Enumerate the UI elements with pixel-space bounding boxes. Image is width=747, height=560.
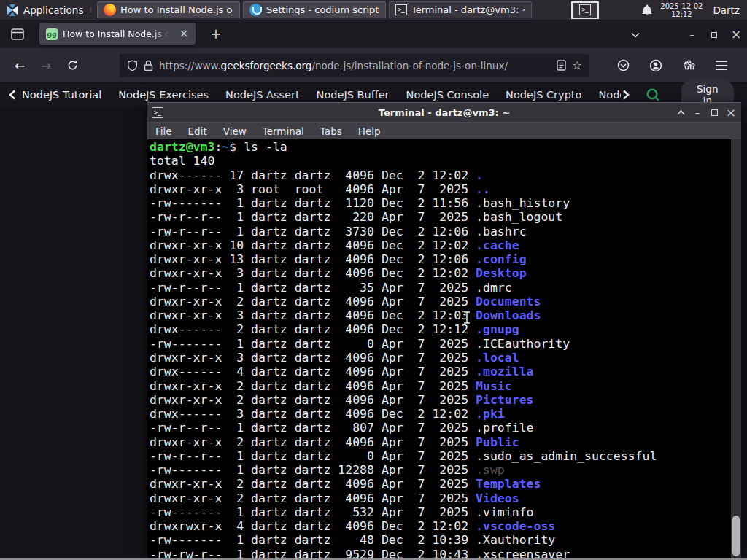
terminal-close-button[interactable]: ×: [725, 106, 737, 118]
toolbar-right-icons: [612, 55, 738, 77]
extensions-puzzle-icon[interactable]: [678, 55, 700, 77]
terminal-icon: >_: [395, 4, 407, 15]
applications-menu-button[interactable]: Applications: [0, 0, 89, 20]
taskbar-window-terminal[interactable]: >_ Terminal - dartz@vm3: ~: [389, 1, 532, 18]
terminal-menu-help[interactable]: Help: [350, 125, 389, 137]
applications-label: Applications: [23, 4, 83, 16]
clock-time: 12:12: [660, 10, 703, 18]
terminal-line: -rw------- 1 dartz dartz 48 Dec 2 10:39 …: [150, 533, 731, 547]
terminal-maximize-button[interactable]: [708, 106, 720, 118]
site-nav-links: NodeJS TutorialNodeJS ExercisesNodeJS As…: [22, 89, 621, 101]
terminal-line: drwxr-xr-x 2 dartz dartz 4096 Apr 7 2025…: [150, 379, 731, 393]
browser-tab-active[interactable]: gg How to Install Node.js o ×: [39, 23, 196, 45]
site-nav-link[interactable]: NodeJS Assert: [225, 89, 300, 101]
terminal-title: Terminal - dartz@vm3: ~: [147, 107, 741, 118]
firefox-view-button[interactable]: [10, 28, 25, 41]
terminal-menu-edit[interactable]: Edit: [180, 125, 215, 137]
tab-close-icon[interactable]: ×: [177, 27, 191, 42]
terminal-output[interactable]: dartz@vm3:~$ ls -latotal 140drwx------ 1…: [147, 139, 731, 560]
url-path: /node-js/installation-of-node-js-on-linu…: [311, 60, 508, 71]
firefox-tab-bar: gg How to Install Node.js o × + – ×: [0, 20, 747, 48]
terminal-line: drwx------ 2 dartz dartz 4096 Dec 2 12:1…: [150, 322, 731, 336]
url-scheme: https://www.: [159, 60, 221, 71]
terminal-line: drwxr-xr-x 2 dartz dartz 4096 Apr 7 2025…: [150, 477, 731, 491]
firefox-icon: [104, 4, 116, 16]
url-domain: geeksforgeeks.org: [221, 60, 312, 71]
clock-date: 2025-12-02: [660, 2, 703, 10]
hamburger-menu-icon[interactable]: [711, 55, 732, 77]
site-nav-link[interactable]: NodeJS DNS: [598, 89, 620, 101]
codium-icon: [249, 4, 262, 16]
terminal-menu-tabs[interactable]: Tabs: [312, 125, 350, 137]
site-nav-link[interactable]: NodeJS Console: [406, 89, 489, 101]
browser-close-button[interactable]: ×: [725, 27, 747, 42]
applications-icon: [6, 4, 19, 17]
account-icon[interactable]: [645, 55, 667, 77]
bookmark-star-icon[interactable]: ☆: [572, 58, 582, 72]
taskbar-window-codium[interactable]: Settings - codium script...: [243, 1, 386, 18]
terminal-line: -rw-r--r-- 1 dartz dartz 3730 Dec 2 12:0…: [150, 225, 731, 238]
terminal-icon: >_: [579, 4, 591, 15]
terminal-scrollbar-thumb[interactable]: [732, 516, 740, 556]
panel-clock[interactable]: 2025-12-02 12:12: [660, 2, 703, 18]
new-tab-button[interactable]: +: [206, 24, 226, 44]
terminal-line: drwx------ 17 dartz dartz 4096 Dec 2 12:…: [150, 168, 731, 182]
terminal-line: drwx------ 3 dartz dartz 4096 Dec 2 12:0…: [150, 407, 731, 421]
terminal-line: drwxr-xr-x 3 root root 4096 Apr 7 2025 .…: [150, 182, 731, 196]
desktop: Applications ⁞ How to Install Node.js o.…: [0, 0, 747, 560]
back-button[interactable]: ←: [9, 55, 31, 77]
notification-bell-icon[interactable]: [641, 4, 653, 16]
terminal-menubar: FileEditViewTerminalTabsHelp: [147, 122, 741, 139]
terminal-line: -rw-r--r-- 1 dartz dartz 0 Apr 7 2025 .s…: [150, 449, 731, 463]
terminal-menu-view[interactable]: View: [215, 125, 255, 137]
site-nav-link[interactable]: NodeJS Buffer: [317, 89, 390, 101]
url-text: https://www.geeksforgeeks.org/node-js/in…: [159, 60, 551, 71]
terminal-minimize-button[interactable]: –: [692, 106, 703, 118]
panel-separator: ⁞: [89, 5, 93, 15]
reader-mode-icon[interactable]: [557, 60, 566, 71]
terminal-line: drwxr-xr-x 2 dartz dartz 4096 Apr 7 2025…: [150, 435, 731, 449]
site-nav-link[interactable]: NodeJS Exercises: [118, 89, 209, 101]
nav-scroll-left-icon[interactable]: [9, 90, 16, 100]
terminal-menu-file[interactable]: File: [147, 125, 180, 137]
nav-scroll-right-icon[interactable]: [622, 90, 630, 100]
terminal-shade-button[interactable]: [675, 106, 686, 118]
terminal-line: drwxr-xr-x 2 dartz dartz 4096 Apr 7 2025…: [150, 295, 731, 308]
taskbar-window-firefox[interactable]: How to Install Node.js o...: [97, 1, 240, 18]
maximize-icon: [711, 32, 717, 38]
panel-user-menu[interactable]: Dartz: [710, 4, 743, 16]
browser-minimize-button[interactable]: –: [681, 28, 703, 40]
terminal-line: drwxr-xr-x 3 dartz dartz 4096 Dec 2 12:0…: [150, 266, 731, 280]
terminal-line: drwxr-xr-x 13 dartz dartz 4096 Dec 2 12:…: [150, 252, 731, 266]
tray-terminal-indicator[interactable]: >_: [571, 1, 599, 19]
search-icon[interactable]: [646, 88, 661, 103]
terminal-line: drwxr-xr-x 2 dartz dartz 4096 Apr 7 2025…: [150, 491, 731, 505]
tab-title: How to Install Node.js o: [63, 28, 171, 39]
terminal-titlebar[interactable]: >_ Terminal - dartz@vm3: ~ – ×: [147, 103, 741, 122]
xfce-top-panel: Applications ⁞ How to Install Node.js o.…: [0, 0, 747, 20]
site-nav-link[interactable]: NodeJS Tutorial: [22, 89, 101, 101]
lock-icon[interactable]: [144, 60, 153, 71]
pocket-icon[interactable]: [612, 55, 634, 77]
terminal-body: dartz@vm3:~$ ls -latotal 140drwx------ 1…: [147, 139, 741, 560]
terminal-scrollbar[interactable]: [731, 139, 741, 560]
terminal-line: total 140: [150, 154, 731, 168]
terminal-window-controls: – ×: [675, 106, 737, 118]
terminal-line: -rw------- 1 dartz dartz 532 Apr 7 2025 …: [150, 505, 731, 519]
menu-lines: [716, 61, 727, 69]
reload-icon: [67, 60, 78, 71]
terminal-window: >_ Terminal - dartz@vm3: ~ – × FileEditV…: [147, 102, 741, 560]
terminal-line: -rw------- 1 dartz dartz 12288 Apr 7 202…: [150, 463, 731, 477]
window-controls: – ×: [624, 27, 747, 42]
site-nav-link[interactable]: NodeJS Crypto: [506, 89, 581, 101]
terminal-menu-terminal[interactable]: Terminal: [255, 125, 312, 137]
url-bar[interactable]: https://www.geeksforgeeks.org/node-js/in…: [120, 54, 589, 77]
browser-maximize-button[interactable]: [703, 28, 725, 40]
terminal-line: drwx------ 4 dartz dartz 4096 Apr 7 2025…: [150, 365, 731, 378]
forward-button[interactable]: →: [35, 55, 57, 77]
maximize-icon: [711, 109, 718, 116]
tracking-shield-icon[interactable]: [127, 60, 138, 71]
tab-list-chevron-icon[interactable]: [624, 28, 646, 40]
panel-tray-area: 2025-12-02 12:12 Dartz: [641, 2, 747, 18]
reload-button[interactable]: [61, 55, 83, 77]
